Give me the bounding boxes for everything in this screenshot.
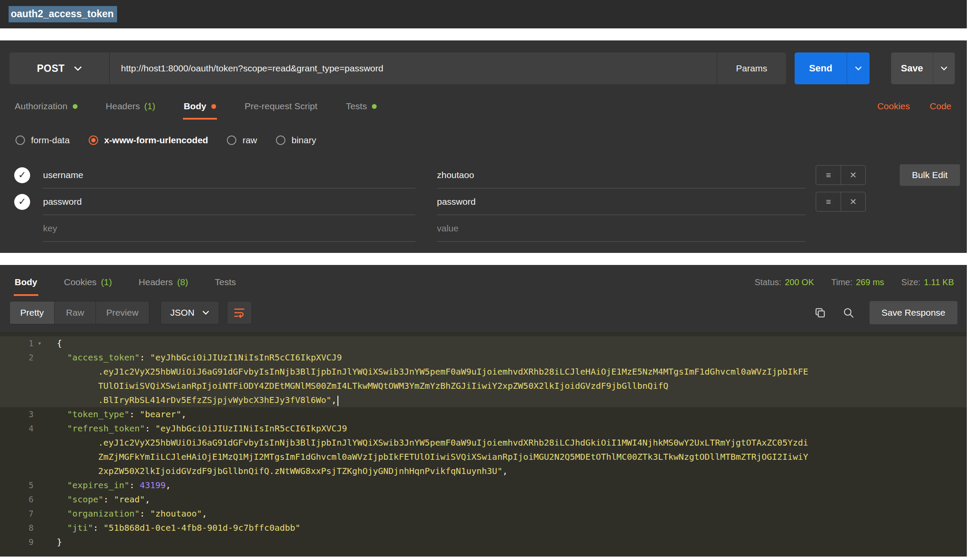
- response-body-code[interactable]: 1▾{2"access_token": "eyJhbGciOiJIUzI1NiI…: [0, 332, 967, 557]
- response-tab-tests[interactable]: Tests: [215, 268, 236, 296]
- code-text: "scope": "read",: [57, 492, 150, 507]
- radio-icon: [227, 135, 236, 145]
- tab-label: Headers: [139, 277, 173, 287]
- code-text: .eyJ1c2VyX25hbWUiOiJ6aG91dGFvbyIsInNjb3B…: [57, 365, 808, 379]
- search-icon: [842, 307, 854, 319]
- code-line: ZmZjMGFkYmIiLCJleHAiOjE1MzQ1MjI2MTgsImF1…: [0, 450, 967, 464]
- search-button[interactable]: [839, 303, 858, 323]
- line-number: 2: [0, 351, 34, 365]
- fold-spacer: [34, 436, 46, 450]
- remove-row-button[interactable]: ✕: [841, 166, 865, 185]
- code-line: 2xpZW50X2lkIjoidGVzdF9jbGllbnQifQ.zNtWWG…: [0, 464, 967, 478]
- response-tabs-row: BodyCookies(1)Headers(8)Tests Status:200…: [0, 265, 967, 296]
- checkbox-checked[interactable]: ✓: [14, 167, 30, 183]
- view-mode-pretty[interactable]: Pretty: [10, 302, 54, 324]
- form-row: ✓usernamezhoutaoo≡✕: [13, 162, 967, 188]
- request-tab-tests[interactable]: Tests: [346, 93, 377, 120]
- drag-handle-icon[interactable]: ≡: [816, 166, 841, 185]
- form-row-empty: keyvalue: [13, 215, 967, 242]
- chevron-down-icon: [855, 66, 862, 71]
- tab-label: Tests: [346, 101, 367, 111]
- save-options-button[interactable]: [933, 52, 955, 84]
- response-tabs: BodyCookies(1)Headers(8)Tests: [15, 268, 236, 296]
- request-tab-authorization[interactable]: Authorization: [15, 93, 77, 120]
- code-text: 2xpZW50X2lkIjoidGVzdF9jbGllbnQifQ.zNtWWG…: [57, 464, 508, 478]
- wrap-lines-button[interactable]: [227, 301, 252, 324]
- response-toolbar: PrettyRawPreview JSON Save Response: [0, 296, 967, 329]
- body-type-x-www-form-urlencoded[interactable]: x-www-form-urlencoded: [89, 135, 208, 145]
- request-tabs: AuthorizationHeaders(1)BodyPre-request S…: [15, 93, 377, 120]
- key-field[interactable]: password: [43, 188, 415, 215]
- body-type-binary[interactable]: binary: [276, 135, 316, 145]
- code-text: "access_token": "eyJhbGciOiJIUzI1NiIsInR…: [57, 351, 342, 365]
- fold-spacer: [34, 507, 46, 521]
- line-number: 9: [0, 535, 34, 549]
- format-select[interactable]: JSON: [161, 301, 219, 324]
- request-tab-headers[interactable]: Headers(1): [106, 93, 155, 120]
- bulk-edit-button[interactable]: Bulk Edit: [900, 164, 960, 186]
- view-mode-raw[interactable]: Raw: [54, 302, 96, 324]
- cookies-link[interactable]: Cookies: [877, 101, 910, 111]
- radio-icon: [276, 135, 285, 145]
- line-number: 5: [0, 478, 34, 492]
- response-tab-cookies[interactable]: Cookies(1): [64, 268, 112, 296]
- key-field[interactable]: username: [43, 162, 415, 188]
- code-text: "expires_in": 43199,: [57, 478, 171, 492]
- url-input[interactable]: http://host1:8000/oauth/token?scope=read…: [110, 52, 717, 84]
- response-time: Time:269 ms: [831, 277, 884, 287]
- code-line: 9}: [0, 535, 967, 549]
- line-number: [0, 365, 34, 379]
- line-number: 3: [0, 407, 34, 422]
- params-button[interactable]: Params: [717, 52, 786, 84]
- meta-value: 1.11 KB: [924, 277, 954, 287]
- response-tab-headers[interactable]: Headers(8): [139, 268, 188, 296]
- method-select[interactable]: POST: [9, 52, 110, 84]
- key-value-rows: ✓usernamezhoutaoo≡✕✓passwordpassword≡✕ke…: [13, 162, 967, 242]
- radio-label: form-data: [31, 135, 70, 145]
- remove-row-button[interactable]: ✕: [841, 192, 865, 211]
- code-text: .BlIryRbSL414rDv5EfzZSjpjvWybcX3hEJy3fV8…: [57, 393, 338, 407]
- tab-label: Body: [15, 277, 37, 287]
- form-row: ✓passwordpassword≡✕: [13, 188, 967, 215]
- radio-icon: [15, 135, 25, 145]
- line-number: 4: [0, 422, 34, 436]
- fold-caret-icon[interactable]: ▾: [34, 336, 46, 351]
- checkbox-checked[interactable]: ✓: [14, 194, 30, 210]
- response-tab-body[interactable]: Body: [15, 268, 37, 296]
- save-button[interactable]: Save: [891, 52, 933, 84]
- key-field-placeholder[interactable]: key: [43, 215, 415, 242]
- line-number: 7: [0, 507, 34, 521]
- request-tab-bar: oauth2_access_token: [0, 0, 967, 28]
- request-tab-title[interactable]: oauth2_access_token: [9, 6, 117, 22]
- meta-label: Size:: [901, 277, 920, 287]
- meta-value: 200 OK: [785, 277, 814, 287]
- send-button-group: Send: [795, 52, 870, 84]
- body-type-form-data[interactable]: form-data: [15, 135, 70, 145]
- save-response-button[interactable]: Save Response: [870, 301, 957, 324]
- tab-label: Cookies: [64, 277, 97, 287]
- code-text: "token_type": "bearer",: [57, 407, 186, 422]
- send-options-button[interactable]: [847, 52, 870, 84]
- view-mode-preview[interactable]: Preview: [96, 302, 149, 324]
- fold-spacer: [34, 464, 46, 478]
- green-status-dot: [372, 104, 377, 109]
- value-field[interactable]: password: [437, 188, 805, 215]
- send-button[interactable]: Send: [795, 52, 847, 84]
- request-tab-body[interactable]: Body: [184, 93, 217, 120]
- line-number: [0, 436, 34, 450]
- copy-button[interactable]: [810, 303, 830, 323]
- drag-handle-icon[interactable]: ≡: [816, 192, 841, 211]
- fold-spacer: [34, 379, 46, 393]
- code-text: "jti": "51b868d1-0ce1-4fb8-901d-9c7bffc0…: [57, 521, 300, 535]
- request-tab-pre-request-script[interactable]: Pre-request Script: [245, 93, 317, 120]
- chevron-down-icon: [74, 66, 82, 71]
- fold-spacer: [34, 450, 46, 464]
- value-field-placeholder[interactable]: value: [437, 215, 805, 242]
- line-number: 6: [0, 492, 34, 507]
- code-text: {: [57, 336, 62, 351]
- response-toolbar-right: Save Response: [810, 301, 957, 324]
- code-link[interactable]: Code: [930, 101, 951, 111]
- body-type-raw[interactable]: raw: [227, 135, 257, 145]
- value-field[interactable]: zhoutaoo: [437, 162, 805, 188]
- radio-label: x-www-form-urlencoded: [104, 135, 208, 145]
